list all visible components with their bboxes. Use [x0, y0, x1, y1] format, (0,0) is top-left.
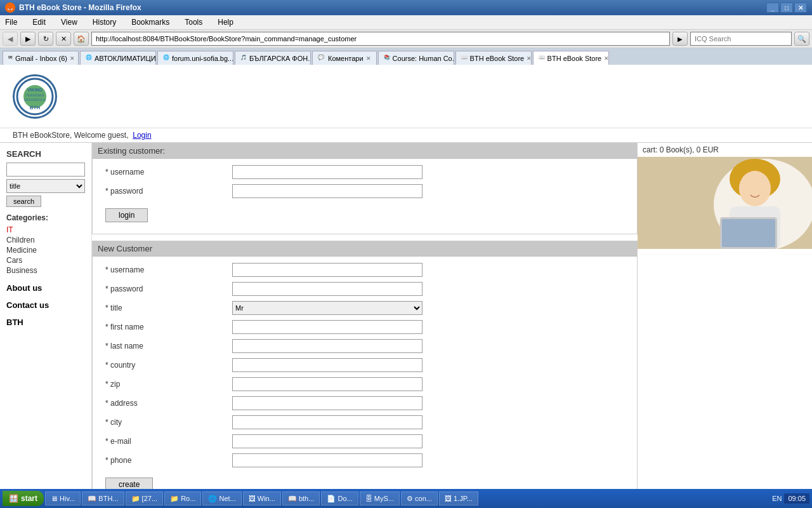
- phone-label: * phone: [105, 456, 232, 465]
- email-row: * e-mail: [105, 434, 624, 448]
- svg-text:TEKNISKA: TEKNISKA: [25, 93, 44, 97]
- taskbar-item-net[interactable]: 🌐 Net...: [202, 491, 241, 505]
- browser-search-button[interactable]: 🔍: [794, 32, 809, 46]
- firstname-input[interactable]: [232, 320, 422, 334]
- tab-close-bth2[interactable]: ✕: [604, 55, 608, 62]
- menu-file[interactable]: File: [3, 17, 20, 28]
- tab-favicon-bth2: 📖: [539, 55, 545, 62]
- new-username-row: * username: [105, 263, 624, 277]
- firstname-row: * first name: [105, 320, 624, 334]
- tab-gmail[interactable]: ✉ Gmail - Inbox (6) ✕: [3, 51, 79, 65]
- taskbar-item-bth2[interactable]: 📖 bth...: [282, 491, 320, 505]
- taskbar-item-27[interactable]: 📁 [27...: [126, 491, 164, 505]
- bth-link[interactable]: BTH: [6, 318, 85, 327]
- category-it[interactable]: IT: [6, 225, 85, 235]
- country-input[interactable]: [232, 358, 422, 372]
- title-select[interactable]: Mr Mrs Ms Dr: [232, 301, 422, 315]
- taskbar-item-win[interactable]: 🖼 Win...: [243, 491, 281, 505]
- tab-favicon-forum: 🌐: [163, 55, 169, 62]
- home-button[interactable]: 🏠: [74, 32, 89, 46]
- title-bar: 🦊 BTH eBook Store - Mozilla Firefox _ □ …: [0, 0, 812, 15]
- existing-customer-form: * username * password login: [93, 159, 637, 234]
- tab-label-bth1: BTH eBook Store: [470, 55, 525, 62]
- taskbar-item-con[interactable]: ⚙ con...: [401, 491, 438, 505]
- header-area: VIKING TEKNISKA HOGSKOLA BTH: [0, 65, 812, 128]
- menu-view[interactable]: View: [58, 17, 80, 28]
- tab-label-gmail: Gmail - Inbox (6): [15, 55, 67, 62]
- email-input[interactable]: [232, 434, 422, 448]
- start-button[interactable]: 🪟 start: [3, 491, 44, 506]
- page-content: VIKING TEKNISKA HOGSKOLA BTH BTH eBookSt…: [0, 65, 812, 508]
- about-us-link[interactable]: About us: [6, 283, 85, 293]
- menu-tools[interactable]: Tools: [182, 17, 205, 28]
- new-password-row: * password: [105, 282, 624, 296]
- tab-course[interactable]: 📚 Course: Human Co... ✕: [378, 51, 454, 65]
- taskbar-item-jp[interactable]: 🖼 1.JP...: [439, 491, 478, 505]
- search-select[interactable]: title author ISBN: [6, 179, 85, 193]
- tab-bg-fon[interactable]: 🎵 БЪЛГАРСКА ФОН... ✕: [235, 51, 311, 65]
- address-label: * address: [105, 399, 232, 408]
- back-button[interactable]: ◀: [3, 32, 18, 46]
- tab-bth1[interactable]: 📖 BTH eBook Store ✕: [455, 51, 532, 65]
- username-input[interactable]: [232, 165, 422, 179]
- tab-favicon-bth1: 📖: [461, 55, 468, 62]
- zip-input[interactable]: [232, 377, 422, 391]
- menu-bookmarks[interactable]: Bookmarks: [129, 17, 172, 28]
- menu-help[interactable]: Help: [215, 17, 236, 28]
- new-password-input[interactable]: [232, 282, 422, 296]
- menu-history[interactable]: History: [90, 17, 119, 28]
- tab-label-koment: Коментари: [328, 55, 363, 62]
- close-button[interactable]: ✕: [794, 3, 807, 13]
- taskbar-item-mys[interactable]: 🗄 MyS...: [360, 491, 400, 505]
- category-business[interactable]: Business: [6, 265, 85, 276]
- tab-bth2[interactable]: 📖 BTH eBook Store ✕: [533, 51, 609, 65]
- go-button[interactable]: ▶: [672, 32, 688, 46]
- tab-close-bth1[interactable]: ✕: [527, 55, 531, 62]
- welcome-bar: BTH eBookStore, Welcome guest, Login: [0, 128, 812, 143]
- taskbar-item-ro[interactable]: 📁 Ro...: [164, 491, 201, 505]
- address-bar[interactable]: [91, 32, 670, 46]
- phone-input[interactable]: [232, 453, 422, 467]
- contact-us-link[interactable]: Contact us: [6, 300, 85, 310]
- existing-customer-header: Existing customer:: [93, 144, 637, 159]
- forward-button[interactable]: ▶: [20, 32, 36, 46]
- login-link[interactable]: Login: [133, 131, 151, 140]
- taskbar-item-do[interactable]: 📄 Do...: [321, 491, 358, 505]
- search-button[interactable]: search: [6, 196, 41, 207]
- browser-search-input[interactable]: [690, 32, 792, 46]
- tab-avtoklim[interactable]: 🌐 АВТОКЛИМАТИЦИ ✕: [80, 51, 156, 65]
- right-panel: cart: 0 Book(s), 0 EUR: [638, 143, 812, 508]
- main-layout: SEARCH title author ISBN search Categori…: [0, 143, 812, 508]
- tab-favicon-avtoklim: 🌐: [86, 55, 92, 62]
- category-medicine[interactable]: Medicine: [6, 245, 85, 255]
- tab-forum[interactable]: 🌐 forum.uni-sofia.bg... ✕: [157, 51, 233, 65]
- password-label: * password: [105, 187, 232, 196]
- login-button[interactable]: login: [105, 208, 148, 222]
- new-username-input[interactable]: [232, 263, 422, 277]
- city-label: * city: [105, 418, 232, 427]
- city-input[interactable]: [232, 415, 422, 429]
- category-cars[interactable]: Cars: [6, 255, 85, 265]
- new-customer-header: New Customer: [93, 241, 637, 257]
- nav-bar: ◀ ▶ ↻ ✕ 🏠 ▶ 🔍: [0, 30, 812, 48]
- search-input[interactable]: [6, 163, 85, 177]
- new-customer-section: New Customer * username * password * tit…: [92, 241, 638, 504]
- category-children[interactable]: Children: [6, 235, 85, 245]
- tab-close-koment[interactable]: ✕: [366, 55, 371, 62]
- menu-edit[interactable]: Edit: [30, 17, 48, 28]
- address-input[interactable]: [232, 396, 422, 410]
- country-label: * country: [105, 361, 232, 370]
- title-row: * title Mr Mrs Ms Dr: [105, 301, 624, 315]
- maximize-button[interactable]: □: [780, 3, 793, 13]
- lastname-input[interactable]: [232, 339, 422, 353]
- refresh-button[interactable]: ↻: [38, 32, 53, 46]
- taskbar-item-bth[interactable]: 📖 BTH...: [82, 491, 124, 505]
- taskbar-item-hiv[interactable]: 🖥 Hiv...: [45, 491, 81, 505]
- phone-row: * phone: [105, 453, 624, 467]
- password-input[interactable]: [232, 184, 422, 198]
- tab-koment[interactable]: 💬 Коментари ✕: [312, 51, 377, 65]
- stop-button[interactable]: ✕: [56, 32, 71, 46]
- tab-close-gmail[interactable]: ✕: [70, 55, 75, 62]
- new-username-label: * username: [105, 265, 232, 274]
- minimize-button[interactable]: _: [766, 3, 779, 13]
